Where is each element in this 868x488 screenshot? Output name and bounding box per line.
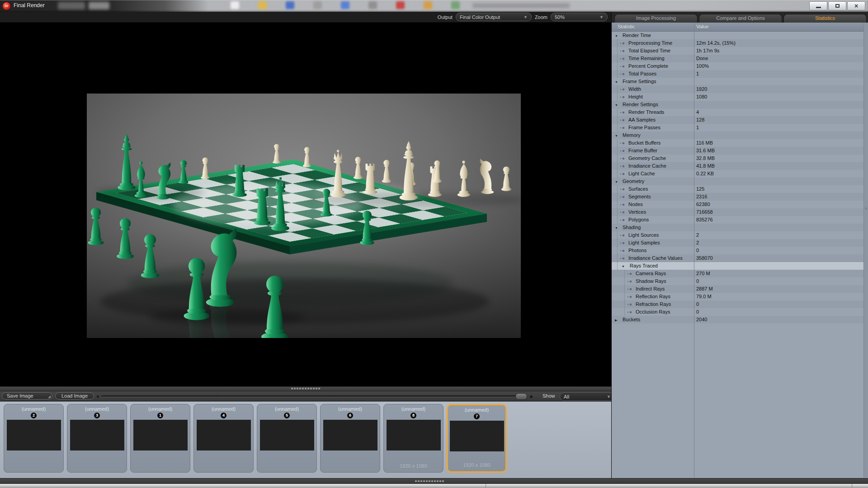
- thumbnail-name: (unnamed): [131, 406, 190, 412]
- statistics-row[interactable]: Light Samples 2: [612, 239, 868, 247]
- toolbar-icon-blurred[interactable]: [424, 1, 432, 9]
- statistics-row[interactable]: Total Elapsed Time 1h 17m 9s: [612, 47, 868, 55]
- thumbnail-number-badge: 4: [221, 413, 226, 418]
- thumbnail-cell[interactable]: (unnamed) 8 868 x 488: [383, 404, 443, 473]
- tab-compare-and-options[interactable]: Compare and Options: [699, 14, 782, 23]
- thumbnail-cell[interactable]: (unnamed) 5: [257, 404, 317, 473]
- expander-icon: ▼: [615, 132, 618, 139]
- statistics-row[interactable]: Reflection Rays 79.0 M: [612, 293, 868, 300]
- thumbnail-strip: (unnamed) 2 (unnamed) 3: [0, 401, 611, 478]
- statistics-row[interactable]: AA Samples 128: [612, 116, 868, 124]
- title-bar: fR Final Render ×: [0, 0, 868, 12]
- toolbar-icon-blurred[interactable]: [231, 1, 239, 9]
- thumbnail-cell[interactable]: (unnamed) 7 868 x 488: [447, 404, 507, 473]
- tab-image-processing[interactable]: Image Processing: [614, 14, 698, 23]
- statistics-row[interactable]: Segments 2316: [612, 193, 868, 201]
- blurred-region: [89, 2, 109, 9]
- statistic-value: 12m 14.2s, (15%): [696, 39, 868, 47]
- thumbnail-cell[interactable]: (unnamed) 4: [193, 404, 254, 473]
- statistics-row[interactable]: ▶ Buckets 2040: [612, 316, 868, 324]
- thumbnail-scroll-track[interactable]: [101, 395, 525, 397]
- statistics-row[interactable]: Total Passes 1: [612, 70, 868, 78]
- statistics-row[interactable]: Surfaces 125: [612, 185, 868, 193]
- statistics-row[interactable]: ▼ Render Settings: [612, 101, 868, 108]
- statistics-row[interactable]: Nodes 62380: [612, 201, 868, 208]
- statistics-row[interactable]: Render Threads 4: [612, 108, 868, 116]
- statistic-value: Done: [696, 55, 868, 62]
- statistic-label: Buckets: [623, 316, 640, 324]
- bottom-splitter[interactable]: [0, 478, 868, 484]
- thumbnail-cell[interactable]: (unnamed) 1: [130, 404, 190, 473]
- statistics-row[interactable]: ▼ Render Time: [612, 32, 868, 39]
- statistic-label: Render Time: [623, 32, 651, 39]
- statistics-row[interactable]: Bucket Buffers 116 MB: [612, 139, 868, 147]
- statistics-row[interactable]: Geometry Cache 32.8 MB: [612, 155, 868, 162]
- thumbnail-image: [70, 420, 124, 450]
- statistic-label: Geometry: [623, 178, 644, 185]
- restore-button[interactable]: [828, 1, 846, 10]
- statistics-row[interactable]: Vertices 716658: [612, 208, 868, 216]
- statistics-row[interactable]: ▼ Geometry: [612, 178, 868, 185]
- statistics-row[interactable]: Irradiance Cache 41.8 MB: [612, 162, 868, 170]
- window-controls: ×: [809, 1, 865, 10]
- minimize-button[interactable]: [809, 1, 827, 10]
- statistics-row[interactable]: Polygons 835276: [612, 216, 868, 224]
- thumbnail-cell[interactable]: (unnamed) 6: [320, 404, 380, 473]
- tree-guide: [624, 270, 625, 277]
- thumbnail-cell[interactable]: (unnamed) 3: [67, 404, 127, 473]
- save-image-button[interactable]: Save Image: [2, 392, 52, 399]
- output-dropdown[interactable]: Final Color Output ▼: [456, 13, 532, 21]
- statistics-row[interactable]: Light Cache 0.22 KB: [612, 170, 868, 178]
- thumbnail-size-label: 868 x 488: [384, 463, 443, 469]
- statistics-scrollbar[interactable]: [863, 23, 868, 478]
- statistics-row[interactable]: Percent Complete 100%: [612, 62, 868, 70]
- toolbar-icon-blurred[interactable]: [258, 1, 267, 9]
- show-dropdown[interactable]: All ▼: [560, 392, 615, 401]
- toolbar-icon-blurred[interactable]: [313, 1, 322, 9]
- statistics-row[interactable]: Light Sources 2: [612, 231, 868, 239]
- statistics-row[interactable]: Refraction Rays 0: [612, 300, 868, 308]
- statistics-row[interactable]: ▼ Frame Settings: [612, 78, 868, 85]
- statistics-row[interactable]: Shadow Rays 0: [612, 277, 868, 285]
- toolbar-icon-blurred[interactable]: [341, 1, 349, 9]
- load-image-button[interactable]: Load Image: [55, 392, 94, 399]
- tree-guide: [617, 162, 618, 170]
- statistic-value: 2: [696, 239, 868, 247]
- tab-statistics[interactable]: Statistics: [783, 14, 867, 23]
- thumbnail-scroll-thumb[interactable]: [515, 393, 527, 400]
- toolbar-icon-blurred[interactable]: [451, 1, 460, 9]
- thumbnail-image: [260, 420, 314, 450]
- statistic-value: 0: [696, 308, 868, 316]
- tree-guide: [624, 308, 625, 316]
- statistics-row[interactable]: ▼ Shading: [612, 224, 868, 231]
- horizontal-splitter[interactable]: [0, 386, 611, 391]
- statistics-row[interactable]: ▼ Rays Traced: [612, 262, 868, 270]
- statistic-label: Irradiance Cache Values: [628, 254, 683, 262]
- statistics-row[interactable]: Height 1080: [612, 93, 868, 101]
- statistics-row[interactable]: Occlusion Rays 0: [612, 308, 868, 316]
- statistics-row[interactable]: Frame Passes 1: [612, 124, 868, 131]
- tree-guide: [617, 239, 618, 247]
- statistic-label: Memory: [623, 131, 641, 139]
- statistics-row[interactable]: Frame Buffer 31.6 MB: [612, 147, 868, 155]
- zoom-value: 50%: [555, 14, 565, 20]
- statistic-label: Polygons: [628, 216, 649, 224]
- thumbnail-image: [197, 420, 251, 450]
- toolbar-icon-blurred[interactable]: [286, 1, 294, 9]
- thumbnail-size-label: 868 x 488: [448, 462, 505, 468]
- statistics-row[interactable]: Camera Rays 270 M: [612, 270, 868, 277]
- close-button[interactable]: ×: [847, 1, 865, 10]
- statistics-row[interactable]: Preprocessing Time 12m 14.2s, (15%): [612, 39, 868, 47]
- toolbar-icon-blurred[interactable]: [368, 1, 377, 9]
- statistics-row[interactable]: Photons 0: [612, 247, 868, 254]
- statistics-row[interactable]: ▼ Memory: [612, 131, 868, 139]
- statistics-row[interactable]: Irradiance Cache Values 358070: [612, 254, 868, 262]
- statistics-panel: Statistic Value ▼ Render Time Preprocess…: [612, 23, 868, 478]
- statistics-row[interactable]: Width 1920: [612, 85, 868, 93]
- toolbar-icon-blurred[interactable]: [396, 1, 405, 9]
- app-logo-icon: fR: [2, 2, 11, 10]
- zoom-dropdown[interactable]: 50% ▼: [551, 13, 608, 21]
- statistics-row[interactable]: Indirect Rays 2887 M: [612, 285, 868, 293]
- statistics-row[interactable]: Time Remaining Done: [612, 55, 868, 62]
- thumbnail-cell[interactable]: (unnamed) 2: [4, 404, 64, 473]
